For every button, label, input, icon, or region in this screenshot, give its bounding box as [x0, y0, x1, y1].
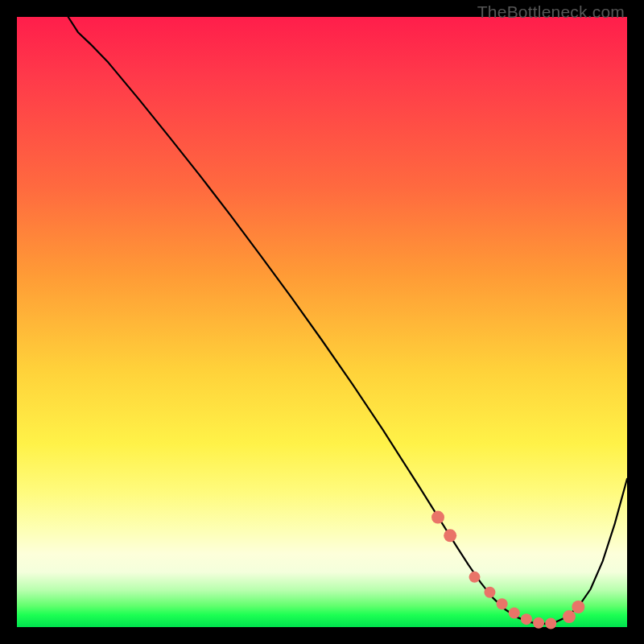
highlight-dot [533, 617, 544, 629]
highlight-dot [431, 511, 444, 524]
plot-overlay-svg [17, 17, 627, 627]
highlight-dot [572, 601, 584, 613]
highlight-dot [497, 598, 508, 609]
highlight-dot [545, 617, 556, 629]
bottleneck-curve [68, 17, 627, 624]
chart-frame: TheBottleneck.com [0, 0, 644, 644]
highlight-dot [521, 613, 532, 625]
highlight-dot [444, 529, 456, 542]
highlight-dot [484, 587, 495, 598]
highlight-dot [563, 610, 576, 623]
highlight-dot [469, 572, 481, 583]
highlight-dot [509, 608, 520, 619]
